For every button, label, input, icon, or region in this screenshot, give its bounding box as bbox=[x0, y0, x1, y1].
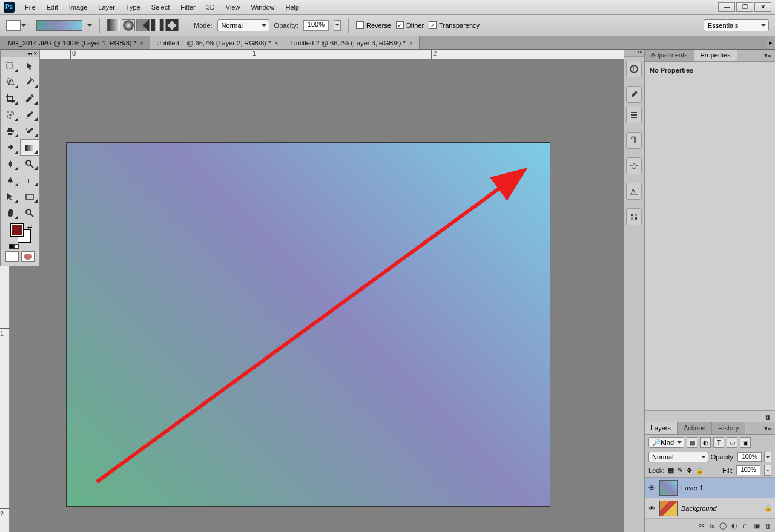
move-tool-arrow[interactable] bbox=[20, 57, 39, 74]
transparency-checkbox[interactable]: Transparency bbox=[429, 21, 480, 29]
strip-expand-icon[interactable] bbox=[624, 50, 644, 57]
brush-presets-panel-icon[interactable] bbox=[626, 107, 642, 123]
layer-filter-dropdown[interactable]: 🔎 Kind bbox=[648, 437, 684, 448]
filter-pixel-icon[interactable]: ▦ bbox=[687, 437, 698, 448]
menu-help[interactable]: Help bbox=[280, 1, 305, 13]
layer-name[interactable]: Layer 1 bbox=[681, 484, 773, 491]
menu-filter[interactable]: Filter bbox=[175, 1, 200, 13]
menu-select[interactable]: Select bbox=[146, 1, 176, 13]
lasso-tool[interactable] bbox=[1, 74, 20, 90]
close-button[interactable]: ✕ bbox=[754, 2, 771, 12]
opacity-stepper[interactable] bbox=[334, 20, 341, 31]
layer-blend-dropdown[interactable]: Normal bbox=[648, 452, 708, 462]
document-tab[interactable]: IMG_2014.JPG @ 100% (Layer 1, RGB/8) *× bbox=[0, 36, 150, 49]
lock-pixels-icon[interactable]: ✎ bbox=[678, 467, 683, 475]
crop-tool[interactable] bbox=[1, 90, 20, 107]
lock-position-icon[interactable]: ✥ bbox=[687, 467, 692, 475]
type-tool[interactable]: T bbox=[20, 172, 39, 188]
dodge-tool[interactable] bbox=[20, 156, 39, 172]
move-tool[interactable] bbox=[1, 57, 20, 74]
layer-thumbnail[interactable] bbox=[659, 480, 678, 496]
new-group-icon[interactable]: 🗀 bbox=[742, 522, 749, 530]
brush-tool[interactable] bbox=[20, 107, 39, 123]
character-panel-icon[interactable]: A bbox=[626, 183, 642, 200]
styles-panel-icon[interactable] bbox=[626, 208, 642, 225]
quick-mask-button[interactable] bbox=[21, 251, 35, 262]
blur-tool[interactable] bbox=[1, 156, 20, 172]
tab-overflow-icon[interactable]: ▸ bbox=[767, 36, 775, 49]
minimize-button[interactable]: — bbox=[718, 2, 735, 12]
new-layer-icon[interactable]: ▣ bbox=[754, 522, 760, 530]
dither-checkbox[interactable]: Dither bbox=[396, 21, 424, 29]
gradient-preview[interactable] bbox=[36, 20, 82, 31]
menu-view[interactable]: View bbox=[220, 1, 246, 13]
menu-layer[interactable]: Layer bbox=[93, 1, 120, 13]
layer-name[interactable]: Background bbox=[681, 505, 760, 512]
brush-panel-icon[interactable] bbox=[626, 86, 642, 103]
menu-window[interactable]: Window bbox=[245, 1, 280, 13]
standard-mode-button[interactable] bbox=[5, 251, 19, 262]
foreground-color-swatch[interactable] bbox=[10, 223, 24, 237]
menu-3d[interactable]: 3D bbox=[201, 1, 220, 13]
layer-opacity-input[interactable]: 100% bbox=[737, 452, 762, 462]
tool-preset-picker[interactable] bbox=[6, 20, 21, 31]
canvas-area[interactable]: 0 1 2 1 2 bbox=[0, 50, 624, 532]
close-icon[interactable]: × bbox=[409, 39, 413, 47]
default-colors-icon[interactable] bbox=[9, 244, 19, 249]
reverse-checkbox[interactable]: Reverse bbox=[356, 21, 391, 29]
horizontal-ruler[interactable]: 0 1 2 bbox=[10, 50, 624, 59]
history-brush-tool[interactable] bbox=[20, 123, 39, 139]
link-layers-icon[interactable]: ⚯ bbox=[699, 522, 704, 530]
layer-opacity-stepper[interactable] bbox=[764, 452, 771, 462]
magic-wand-tool[interactable] bbox=[20, 74, 39, 90]
filter-adjustment-icon[interactable]: ◐ bbox=[700, 437, 711, 448]
hand-tool[interactable] bbox=[1, 205, 20, 221]
eyedropper-tool[interactable] bbox=[20, 90, 39, 107]
opacity-input[interactable]: 100% bbox=[303, 20, 329, 31]
rectangle-tool[interactable] bbox=[20, 188, 39, 205]
tab-adjustments[interactable]: Adjustments bbox=[645, 50, 694, 61]
gradient-picker-caret-icon[interactable] bbox=[87, 24, 92, 29]
tab-history[interactable]: History bbox=[712, 422, 745, 434]
menu-type[interactable]: Type bbox=[120, 1, 146, 13]
layer-item[interactable]: 👁 Background 🔒 bbox=[645, 498, 775, 519]
filter-type-icon[interactable]: T bbox=[713, 437, 724, 448]
document-canvas[interactable] bbox=[67, 143, 550, 506]
menu-edit[interactable]: Edit bbox=[41, 1, 64, 13]
trash-icon[interactable]: 🗑 bbox=[765, 413, 771, 421]
tab-actions[interactable]: Actions bbox=[678, 422, 712, 434]
tab-properties[interactable]: Properties bbox=[694, 50, 737, 61]
tab-layers[interactable]: Layers bbox=[645, 422, 678, 434]
lock-transparency-icon[interactable]: ▦ bbox=[668, 467, 674, 475]
visibility-toggle-icon[interactable]: 👁 bbox=[647, 484, 656, 491]
workspace-dropdown[interactable]: Essentials bbox=[704, 19, 769, 31]
document-tab[interactable]: Untitled-2 @ 66,7% (Layer 3, RGB/8) *× bbox=[285, 36, 420, 49]
menu-file[interactable]: File bbox=[19, 1, 41, 13]
layer-thumbnail[interactable] bbox=[659, 501, 678, 516]
restore-button[interactable]: ❐ bbox=[736, 2, 753, 12]
histogram-panel-icon[interactable]: i bbox=[626, 61, 642, 77]
close-icon[interactable]: × bbox=[274, 39, 278, 47]
angle-gradient-button[interactable] bbox=[136, 19, 150, 31]
tools-panel-header[interactable]: ◂◂✕ bbox=[1, 50, 39, 57]
layer-style-icon[interactable]: fx bbox=[709, 522, 714, 530]
linear-gradient-button[interactable] bbox=[107, 19, 120, 31]
gradient-tool[interactable] bbox=[20, 139, 39, 156]
swatches-panel-icon[interactable] bbox=[626, 157, 642, 174]
layer-mask-icon[interactable]: ◯ bbox=[719, 522, 727, 530]
lock-all-icon[interactable]: 🔒 bbox=[696, 467, 704, 475]
close-icon[interactable]: × bbox=[140, 39, 143, 47]
filter-shape-icon[interactable]: ▭ bbox=[727, 437, 737, 448]
reflected-gradient-button[interactable] bbox=[151, 19, 164, 31]
filter-smart-icon[interactable]: ▣ bbox=[740, 437, 751, 448]
panel-menu-icon[interactable]: ▾≡ bbox=[760, 422, 775, 434]
layer-item[interactable]: 👁 Layer 1 bbox=[645, 478, 775, 498]
path-selection-tool[interactable] bbox=[1, 188, 20, 205]
new-fill-layer-icon[interactable]: ◐ bbox=[731, 522, 737, 530]
fill-stepper[interactable] bbox=[764, 465, 771, 476]
paragraph-panel-icon[interactable] bbox=[626, 132, 642, 149]
diamond-gradient-button[interactable] bbox=[165, 19, 179, 31]
zoom-tool[interactable] bbox=[20, 205, 39, 221]
swap-colors-icon[interactable]: ⇄ bbox=[27, 223, 32, 230]
panel-menu-icon[interactable]: ▾≡ bbox=[760, 50, 775, 61]
